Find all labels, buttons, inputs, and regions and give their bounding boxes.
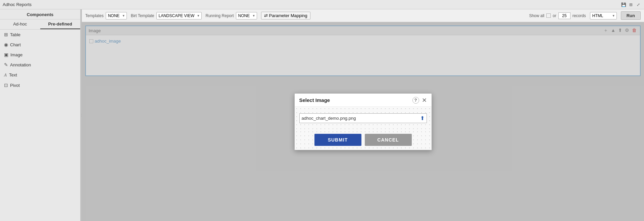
cancel-button[interactable]: CANCEL — [365, 134, 412, 146]
templates-select-wrapper: NONE — [106, 12, 127, 19]
content-area: Templates NONE Birt Template LANDSCAPE V… — [82, 9, 644, 221]
templates-group: Templates NONE — [85, 12, 127, 19]
sidebar-header: Components — [0, 9, 80, 19]
running-report-select-wrapper: NONE — [236, 12, 257, 19]
or-label: or — [553, 13, 556, 18]
sidebar-item-pivot-label: Pivot — [10, 83, 20, 88]
chart-icon: ◉ — [4, 42, 8, 47]
upload-icon[interactable]: ⬆ — [420, 115, 425, 121]
sidebar-item-text-label: Text — [9, 72, 17, 77]
save-icon[interactable]: 💾 — [621, 2, 627, 8]
records-label: records — [573, 13, 586, 18]
top-bar-icons: 💾 ⊞ ⤢ — [621, 2, 641, 8]
sidebar-item-pivot[interactable]: ⊡ Pivot — [0, 80, 80, 90]
pivot-icon: ⊡ — [4, 82, 8, 88]
expand-icon[interactable]: ⤢ — [635, 2, 641, 8]
modal-title: Select Image — [299, 97, 330, 103]
running-report-label: Running Report — [206, 13, 234, 18]
sidebar-item-annotation-label: Annotation — [10, 62, 31, 67]
format-select-wrapper: HTML — [590, 12, 617, 19]
running-report-group: Running Report NONE — [206, 12, 257, 19]
show-all-label: Show all — [529, 13, 544, 18]
modal-overlay: Select Image ? ✕ ⬆ SUBMIT — [82, 22, 644, 221]
birt-template-select-wrapper: LANDSCAPE VIEW — [156, 12, 202, 19]
modal-help-icon[interactable]: ? — [412, 97, 419, 104]
sidebar-item-table[interactable]: ⊞ Table — [0, 30, 80, 40]
sidebar-item-annotation[interactable]: ✎ Annotation — [0, 60, 80, 70]
sidebar-tabs: Ad-hoc Pre-defined — [0, 19, 80, 30]
running-report-select[interactable]: NONE — [236, 12, 257, 19]
sidebar: Components Ad-hoc Pre-defined ⊞ Table ◉ … — [0, 9, 81, 221]
modal-body: ⬆ — [295, 107, 432, 130]
templates-label: Templates — [85, 13, 104, 18]
modal-header-icons: ? ✕ — [412, 97, 427, 104]
birt-template-select[interactable]: LANDSCAPE VIEW — [156, 12, 202, 19]
filename-input[interactable] — [302, 116, 418, 121]
main-layout: Components Ad-hoc Pre-defined ⊞ Table ◉ … — [0, 9, 644, 221]
toolbar: Templates NONE Birt Template LANDSCAPE V… — [82, 9, 644, 22]
sidebar-item-table-label: Table — [10, 32, 20, 37]
show-all-checkbox[interactable] — [546, 13, 551, 18]
modal-footer: SUBMIT CANCEL — [295, 130, 432, 150]
sidebar-item-chart[interactable]: ◉ Chart — [0, 40, 80, 50]
parameter-mapping-icon: ⇄ — [264, 13, 268, 18]
annotation-icon: ✎ — [4, 62, 8, 67]
parameter-mapping-button[interactable]: ⇄ Parameter Mapping — [261, 12, 310, 19]
table-icon: ⊞ — [4, 32, 8, 37]
select-image-modal: Select Image ? ✕ ⬆ SUBMIT — [294, 93, 432, 150]
run-button[interactable]: Run — [621, 11, 641, 20]
grid-icon[interactable]: ⊞ — [628, 2, 634, 8]
tab-adhoc[interactable]: Ad-hoc — [0, 19, 40, 29]
top-bar: Adhoc Reports 💾 ⊞ ⤢ — [0, 0, 644, 9]
parameter-mapping-label: Parameter Mapping — [269, 13, 307, 18]
submit-button[interactable]: SUBMIT — [314, 134, 361, 146]
modal-input-row: ⬆ — [299, 113, 427, 123]
templates-select[interactable]: NONE — [106, 12, 127, 19]
text-icon: 𝐴 — [4, 72, 7, 78]
sidebar-item-image-label: Image — [10, 52, 22, 57]
modal-header: Select Image ? ✕ — [295, 94, 432, 107]
sidebar-item-image[interactable]: ▣ Image — [0, 50, 80, 60]
sidebar-item-text[interactable]: 𝐴 Text — [0, 70, 80, 80]
records-input[interactable] — [558, 12, 571, 19]
report-area: Image ＋ ▲ ⬆ ⚙ 🗑 adhoc_image — [82, 22, 644, 221]
sidebar-item-chart-label: Chart — [10, 42, 21, 47]
image-icon: ▣ — [4, 52, 8, 57]
app-title: Adhoc Reports — [3, 2, 32, 7]
show-all-area: Show all or records — [529, 12, 586, 19]
format-select[interactable]: HTML — [590, 12, 617, 19]
tab-predefined[interactable]: Pre-defined — [40, 19, 81, 29]
birt-template-label: Birt Template — [131, 13, 154, 18]
birt-template-group: Birt Template LANDSCAPE VIEW — [131, 12, 202, 19]
modal-close-button[interactable]: ✕ — [422, 97, 427, 103]
